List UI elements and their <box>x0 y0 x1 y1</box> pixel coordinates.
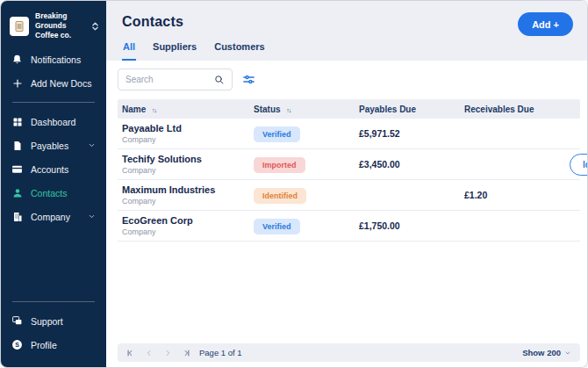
payables-due-value: £5,971.52 <box>359 128 464 139</box>
search-box <box>118 69 233 90</box>
contact-name: Payaable Ltd <box>122 123 254 133</box>
tab-all[interactable]: All <box>122 41 136 61</box>
first-page-icon[interactable] <box>126 349 135 357</box>
dashboard-grid-icon <box>11 116 23 127</box>
tab-suppliers[interactable]: Suppliers <box>152 41 197 61</box>
sidebar-item-label: Payables <box>31 141 68 151</box>
column-header-receivables-due: Receivables Due <box>464 105 570 114</box>
person-icon <box>11 187 23 198</box>
chevron-down-icon <box>564 350 571 357</box>
sidebar-item-label: Dashboard <box>31 117 75 127</box>
add-button[interactable]: Add + <box>518 12 573 36</box>
status-badge: Identified <box>254 188 306 204</box>
plus-icon <box>11 77 23 89</box>
sidebar-item-label: Contacts <box>31 188 67 198</box>
main-panel: Add + Contacts All Suppliers Customers <box>106 1 587 367</box>
identify-button[interactable]: Identify <box>570 154 588 176</box>
sidebar-item-payables[interactable]: Payables <box>1 133 106 157</box>
contact-type: Company <box>122 197 254 206</box>
sidebar-item-label: Accounts <box>31 164 68 175</box>
table-row[interactable]: Maximum Industries Company Identified £1… <box>118 180 580 211</box>
pagination-bar: Page 1 of 1 Show 200 <box>118 343 580 362</box>
contact-name: Maximum Industries <box>122 184 254 195</box>
contact-type: Company <box>122 135 254 144</box>
sidebar-divider <box>12 301 95 302</box>
s-circle-icon: S <box>11 339 23 350</box>
building-icon <box>11 211 23 222</box>
sidebar-item-profile[interactable]: S Profile <box>1 333 106 357</box>
bell-icon <box>11 54 23 65</box>
sidebar: Breaking Grounds Coffee co. Notification… <box>1 1 106 367</box>
contact-name: EcoGreen Corp <box>122 215 254 226</box>
org-selector-icon <box>91 21 99 32</box>
sidebar-item-label: Profile <box>31 340 57 350</box>
tab-bar: All Suppliers Customers <box>122 41 573 61</box>
sort-icon[interactable]: ↑↓ <box>286 107 290 113</box>
table-row[interactable]: Techify Solutions Company Imported £3,45… <box>118 149 580 180</box>
search-row <box>118 69 580 90</box>
contact-type: Company <box>122 166 254 175</box>
sidebar-item-accounts[interactable]: Accounts <box>1 157 106 181</box>
sidebar-item-label: Notifications <box>31 54 81 65</box>
contact-name: Techify Solutions <box>122 154 254 164</box>
column-header-name[interactable]: Name ↑↓ <box>122 105 254 114</box>
page-indicator: Page 1 of 1 <box>199 348 242 357</box>
prev-page-icon[interactable] <box>145 349 154 357</box>
page-header: Contacts All Suppliers Customers <box>106 1 587 61</box>
chevron-down-icon <box>88 141 96 149</box>
sidebar-item-label: Support <box>31 316 63 327</box>
filter-sliders-icon[interactable] <box>242 73 255 86</box>
sidebar-item-notifications[interactable]: Notifications <box>1 47 106 71</box>
next-page-icon[interactable] <box>163 349 172 357</box>
chat-icon <box>11 315 23 327</box>
document-icon <box>11 140 23 151</box>
app-window: Breaking Grounds Coffee co. Notification… <box>0 0 588 368</box>
receivables-due-value: £1.20 <box>464 190 570 200</box>
sidebar-item-support[interactable]: Support <box>1 309 106 333</box>
content-area: Name ↑↓ Status ↑↓ Payables Due Receivabl… <box>106 61 587 367</box>
tab-customers[interactable]: Customers <box>213 41 265 61</box>
svg-text:S: S <box>15 342 19 348</box>
wallet-icon <box>11 163 23 175</box>
sidebar-item-add-new-docs[interactable]: Add New Docs <box>1 71 106 95</box>
sidebar-item-company[interactable]: Company <box>1 205 106 228</box>
table-header: Name ↑↓ Status ↑↓ Payables Due Receivabl… <box>118 99 580 119</box>
sidebar-item-dashboard[interactable]: Dashboard <box>1 110 106 133</box>
add-button-label: Add + <box>532 19 559 30</box>
table-row[interactable]: Payaable Ltd Company Verified £5,971.52 <box>118 119 580 149</box>
sort-icon[interactable]: ↑↓ <box>152 107 156 113</box>
page-title: Contacts <box>122 14 573 30</box>
sidebar-divider <box>12 102 95 103</box>
org-name: Breaking Grounds Coffee co. <box>35 11 85 40</box>
status-badge: Verified <box>254 126 300 142</box>
contact-type: Company <box>122 227 254 236</box>
sidebar-spacer <box>1 228 106 294</box>
table-row[interactable]: EcoGreen Corp Company Verified £1,750.00 <box>118 211 580 242</box>
search-input[interactable] <box>125 75 214 84</box>
sidebar-item-label: Add New Docs <box>31 78 91 89</box>
column-header-status[interactable]: Status ↑↓ <box>254 105 359 114</box>
sidebar-item-contacts[interactable]: Contacts <box>1 181 106 205</box>
show-count-select[interactable]: Show 200 <box>522 348 571 357</box>
status-badge: Imported <box>254 157 305 173</box>
org-switcher[interactable]: Breaking Grounds Coffee co. <box>1 10 106 47</box>
column-header-payables-due: Payables Due <box>359 105 464 114</box>
chevron-down-icon <box>88 213 96 220</box>
payables-due-value: £1,750.00 <box>359 220 464 231</box>
last-page-icon[interactable] <box>182 349 190 357</box>
payables-due-value: £3,450.00 <box>359 159 464 170</box>
org-logo <box>10 17 29 36</box>
search-icon <box>214 75 225 85</box>
sidebar-item-label: Company <box>31 212 70 222</box>
status-badge: Verified <box>254 219 300 235</box>
